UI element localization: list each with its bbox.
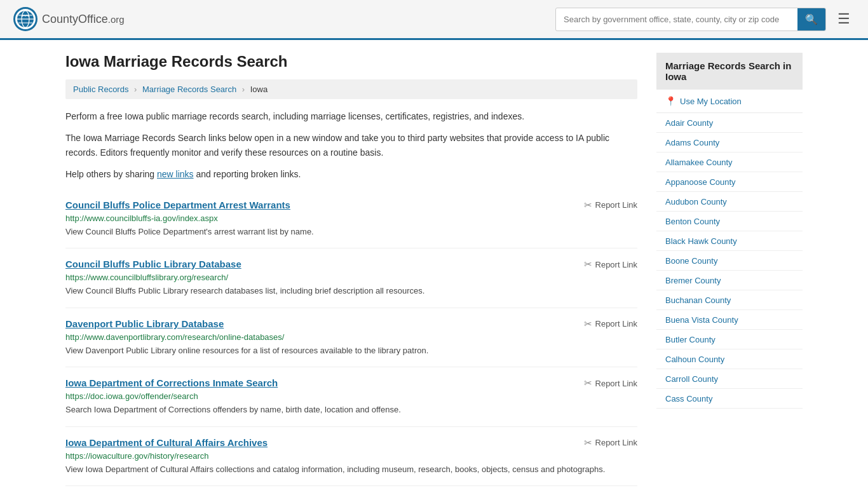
- intro-para-1: Perform a free Iowa public marriage reco…: [65, 109, 637, 123]
- county-link-4[interactable]: Audubon County: [665, 197, 727, 207]
- main-container: Iowa Marriage Records Search Public Reco…: [53, 40, 815, 488]
- county-list-item: Boone County: [656, 251, 803, 271]
- county-link-10[interactable]: Buena Vista County: [665, 315, 738, 325]
- sidebar: Marriage Records Search in Iowa 📍 Use My…: [656, 53, 803, 486]
- county-list-item: Audubon County: [656, 192, 803, 212]
- county-list-item: Benton County: [656, 212, 803, 231]
- search-icon: 🔍: [805, 14, 818, 25]
- county-list-item: Cass County: [656, 389, 803, 409]
- header-right: 🔍 ☰: [555, 8, 855, 31]
- search-button[interactable]: 🔍: [797, 8, 825, 30]
- page-title: Iowa Marriage Records Search: [65, 53, 637, 71]
- intro-section: Perform a free Iowa public marriage reco…: [65, 109, 637, 182]
- intro-para-2: The Iowa Marriage Records Search links b…: [65, 131, 637, 159]
- county-link-13[interactable]: Carroll County: [665, 374, 718, 384]
- breadcrumb-current: Iowa: [250, 85, 268, 94]
- content-area: Iowa Marriage Records Search Public Reco…: [65, 53, 637, 486]
- report-link-2[interactable]: ✂ Report Link: [584, 318, 637, 330]
- record-title-4[interactable]: Iowa Department of Cultural Affairs Arch…: [65, 437, 268, 448]
- location-pin-icon: 📍: [665, 96, 676, 106]
- report-link-label-3: Report Link: [595, 379, 637, 388]
- county-list-item: Appanoose County: [656, 172, 803, 192]
- record-url-0[interactable]: http://www.councilbluffs-ia.gov/index.as…: [65, 214, 637, 223]
- breadcrumb-public-records[interactable]: Public Records: [73, 85, 128, 94]
- hamburger-icon: ☰: [837, 11, 850, 27]
- breadcrumb-marriage-records[interactable]: Marriage Records Search: [142, 85, 236, 94]
- record-desc-2: View Davenport Public Library online res…: [65, 344, 637, 357]
- county-link-7[interactable]: Boone County: [665, 256, 717, 266]
- record-title-3[interactable]: Iowa Department of Corrections Inmate Se…: [65, 377, 278, 388]
- intro-para-3: Help others by sharing new links and rep…: [65, 167, 637, 181]
- report-link-label-0: Report Link: [595, 200, 637, 210]
- new-links-link[interactable]: new links: [157, 169, 194, 179]
- report-link-0[interactable]: ✂ Report Link: [584, 200, 637, 211]
- record-title-1[interactable]: Council Bluffs Public Library Database: [65, 259, 241, 269]
- breadcrumb-sep-2: ›: [242, 85, 245, 94]
- report-link-label-1: Report Link: [595, 260, 637, 269]
- records-list: Council Bluffs Police Department Arrest …: [65, 189, 637, 487]
- record-desc-1: View Council Bluffs Public Library resea…: [65, 285, 637, 297]
- county-link-3[interactable]: Appanoose County: [665, 177, 736, 187]
- county-list-item: Butler County: [656, 330, 803, 349]
- county-list-item: Buchanan County: [656, 290, 803, 310]
- report-link-label-2: Report Link: [595, 319, 637, 329]
- record-url-1[interactable]: https://www.councilbluffslibrary.org/res…: [65, 273, 637, 282]
- record-desc-0: View Council Bluffs Police Department's …: [65, 226, 637, 238]
- use-my-location-label: Use My Location: [680, 97, 742, 106]
- breadcrumb: Public Records › Marriage Records Search…: [65, 79, 637, 99]
- county-list-item: Buena Vista County: [656, 310, 803, 330]
- county-list-item: Adair County: [656, 113, 803, 133]
- search-input[interactable]: [556, 10, 797, 29]
- report-link-1[interactable]: ✂ Report Link: [584, 259, 637, 270]
- use-my-location[interactable]: 📍 Use My Location: [656, 90, 803, 113]
- record-desc-4: View Iowa Department of Cultural Affairs…: [65, 463, 637, 476]
- county-list: Adair CountyAdams CountyAllamakee County…: [656, 113, 803, 409]
- county-link-5[interactable]: Benton County: [665, 217, 720, 226]
- logo-icon: [13, 6, 38, 32]
- county-link-6[interactable]: Black Hawk County: [665, 236, 737, 246]
- county-list-item: Adams County: [656, 133, 803, 152]
- county-link-1[interactable]: Adams County: [665, 138, 719, 147]
- search-bar: 🔍: [555, 8, 826, 31]
- county-list-item: Carroll County: [656, 369, 803, 389]
- report-link-4[interactable]: ✂ Report Link: [584, 437, 637, 449]
- scissors-icon-1: ✂: [584, 259, 592, 270]
- sidebar-title: Marriage Records Search in Iowa: [656, 53, 803, 90]
- report-link-label-4: Report Link: [595, 438, 637, 447]
- record-item: Council Bluffs Public Library Database ✂…: [65, 248, 637, 308]
- breadcrumb-sep-1: ›: [134, 85, 137, 94]
- logo-area: CountyOffice.org: [13, 6, 125, 32]
- scissors-icon-0: ✂: [584, 200, 592, 211]
- county-link-14[interactable]: Cass County: [665, 394, 712, 403]
- county-list-item: Bremer County: [656, 271, 803, 290]
- record-url-3[interactable]: https://doc.iowa.gov/offender/search: [65, 391, 637, 401]
- county-list-item: Calhoun County: [656, 349, 803, 369]
- report-link-3[interactable]: ✂ Report Link: [584, 377, 637, 389]
- county-list-item: Black Hawk County: [656, 231, 803, 251]
- county-list-item: Allamakee County: [656, 152, 803, 172]
- record-item: Davenport Public Library Database ✂ Repo…: [65, 308, 637, 368]
- record-desc-3: Search Iowa Department of Corrections of…: [65, 403, 637, 416]
- record-item: Iowa Department of Cultural Affairs Arch…: [65, 427, 637, 487]
- intro-para-3-prefix: Help others by sharing: [65, 169, 157, 179]
- logo-text: CountyOffice.org: [42, 13, 125, 26]
- county-link-2[interactable]: Allamakee County: [665, 158, 733, 167]
- county-link-12[interactable]: Calhoun County: [665, 355, 724, 364]
- intro-para-3-suffix: and reporting broken links.: [194, 169, 301, 179]
- county-link-8[interactable]: Bremer County: [665, 276, 721, 285]
- record-title-2[interactable]: Davenport Public Library Database: [65, 318, 224, 329]
- county-link-0[interactable]: Adair County: [665, 118, 713, 128]
- county-link-9[interactable]: Buchanan County: [665, 295, 731, 305]
- scissors-icon-4: ✂: [584, 437, 592, 449]
- county-link-11[interactable]: Butler County: [665, 335, 715, 344]
- record-item: Council Bluffs Police Department Arrest …: [65, 189, 637, 249]
- record-item: Iowa Department of Corrections Inmate Se…: [65, 367, 637, 427]
- menu-button[interactable]: ☰: [832, 8, 855, 30]
- scissors-icon-2: ✂: [584, 318, 592, 330]
- record-url-2[interactable]: http://www.davenportlibrary.com/research…: [65, 332, 637, 342]
- header: CountyOffice.org 🔍 ☰: [0, 0, 868, 40]
- record-title-0[interactable]: Council Bluffs Police Department Arrest …: [65, 200, 290, 210]
- scissors-icon-3: ✂: [584, 377, 592, 389]
- record-url-4[interactable]: https://iowaculture.gov/history/research: [65, 451, 637, 461]
